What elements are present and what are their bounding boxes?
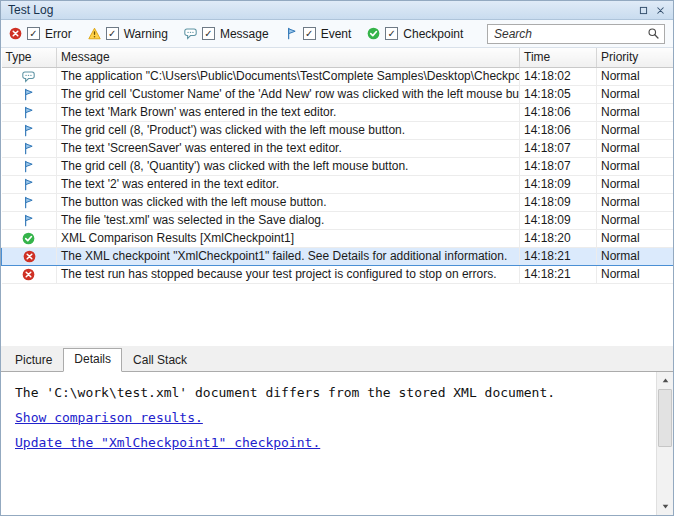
log-table-header: Type Message Time Priority xyxy=(2,48,674,67)
checkpoint-icon xyxy=(22,232,35,245)
priority-cell: Normal xyxy=(597,247,674,265)
event-icon xyxy=(22,88,35,101)
column-header-priority[interactable]: Priority xyxy=(597,48,674,67)
maximize-button[interactable] xyxy=(635,3,652,18)
priority-cell: Normal xyxy=(597,85,674,103)
log-row[interactable]: The button was clicked with the left mou… xyxy=(2,193,674,211)
type-cell xyxy=(2,193,57,211)
search-input[interactable] xyxy=(494,27,647,41)
log-table-body: The application "C:\Users\Public\Documen… xyxy=(2,67,674,283)
scroll-up-button[interactable] xyxy=(657,372,673,389)
type-cell xyxy=(2,103,57,121)
type-cell xyxy=(2,211,57,229)
tab-call-stack[interactable]: Call Stack xyxy=(122,349,198,371)
priority-cell: Normal xyxy=(597,139,674,157)
type-cell xyxy=(2,229,57,247)
error-checkbox[interactable] xyxy=(27,27,40,40)
log-row[interactable]: The application "C:\Users\Public\Documen… xyxy=(2,67,674,85)
priority-cell: Normal xyxy=(597,211,674,229)
update-checkpoint-link[interactable]: Update the "XmlCheckpoint1" checkpoint. xyxy=(15,435,320,450)
error-filter-label: Error xyxy=(45,27,72,41)
scroll-down-button[interactable] xyxy=(657,498,673,515)
priority-cell: Normal xyxy=(597,157,674,175)
show-comparison-results-link[interactable]: Show comparison results. xyxy=(15,410,203,425)
time-cell: 14:18:21 xyxy=(520,265,597,283)
details-text: The 'C:\work\test.xml' document differs … xyxy=(15,385,642,400)
close-button[interactable] xyxy=(652,3,669,18)
priority-cell: Normal xyxy=(597,229,674,247)
message-cell: The text 'ScreenSaver' was entered in th… xyxy=(57,139,520,157)
priority-cell: Normal xyxy=(597,193,674,211)
error-icon xyxy=(23,250,36,263)
log-row[interactable]: The text 'Mark Brown' was entered in the… xyxy=(2,103,674,121)
log-table-area: Type Message Time Priority The applicati… xyxy=(1,48,673,346)
warning-checkbox[interactable] xyxy=(106,27,119,40)
message-icon xyxy=(184,27,197,40)
log-row[interactable]: The text 'ScreenSaver' was entered in th… xyxy=(2,139,674,157)
message-cell: The test run has stopped because your te… xyxy=(57,265,520,283)
filter-message: Message xyxy=(184,27,269,41)
log-row[interactable]: The grid cell 'Customer Name' of the 'Ad… xyxy=(2,85,674,103)
priority-cell: Normal xyxy=(597,265,674,283)
time-cell: 14:18:09 xyxy=(520,211,597,229)
window-title: Test Log xyxy=(8,3,635,17)
message-cell: The application "C:\Users\Public\Documen… xyxy=(57,67,520,85)
type-cell xyxy=(2,157,57,175)
message-cell: The button was clicked with the left mou… xyxy=(57,193,520,211)
time-cell: 14:18:07 xyxy=(520,157,597,175)
scroll-track[interactable] xyxy=(657,389,673,498)
message-checkbox[interactable] xyxy=(202,27,215,40)
column-header-type[interactable]: Type xyxy=(2,48,57,67)
log-row[interactable]: The grid cell (8, 'Quantity') was clicke… xyxy=(2,157,674,175)
time-cell: 14:18:21 xyxy=(520,247,597,265)
error-icon xyxy=(22,268,35,281)
details-scrollbar[interactable] xyxy=(656,372,673,515)
priority-cell: Normal xyxy=(597,103,674,121)
checkpoint-checkbox[interactable] xyxy=(385,27,398,40)
column-header-message[interactable]: Message xyxy=(57,48,520,67)
type-cell xyxy=(2,265,57,283)
filter-warning: Warning xyxy=(88,27,168,41)
message-cell: The grid cell (8, 'Quantity') was clicke… xyxy=(57,157,520,175)
log-row[interactable]: The text '2' was entered in the text edi… xyxy=(2,175,674,193)
log-row[interactable]: XML Comparison Results [XmlCheckpoint1]1… xyxy=(2,229,674,247)
details-section: Picture Details Call Stack The 'C:\work\… xyxy=(1,346,673,515)
type-cell xyxy=(2,175,57,193)
search-icon[interactable] xyxy=(647,27,660,40)
test-log-window: Test Log Error Warning Message Event C xyxy=(0,0,674,516)
filter-checkpoint: Checkpoint xyxy=(367,27,463,41)
arrow-up-icon xyxy=(661,376,670,385)
tab-picture[interactable]: Picture xyxy=(4,349,63,371)
filter-error: Error xyxy=(9,27,72,41)
checkpoint-icon xyxy=(367,27,380,40)
time-cell: 14:18:05 xyxy=(520,85,597,103)
message-cell: XML Comparison Results [XmlCheckpoint1] xyxy=(57,229,520,247)
event-icon xyxy=(22,178,35,191)
log-row[interactable]: The test run has stopped because your te… xyxy=(2,265,674,283)
scroll-thumb[interactable] xyxy=(658,389,672,447)
arrow-down-icon xyxy=(661,502,670,511)
log-row[interactable]: The file 'test.xml' was selected in the … xyxy=(2,211,674,229)
titlebar: Test Log xyxy=(1,1,673,20)
type-cell xyxy=(2,247,57,265)
event-checkbox[interactable] xyxy=(303,27,316,40)
event-icon xyxy=(22,124,35,137)
tab-details[interactable]: Details xyxy=(63,348,122,372)
message-icon xyxy=(22,70,35,83)
time-cell: 14:18:09 xyxy=(520,175,597,193)
warning-filter-label: Warning xyxy=(124,27,168,41)
filter-toolbar: Error Warning Message Event Checkpoint xyxy=(1,20,673,48)
type-cell xyxy=(2,67,57,85)
column-header-time[interactable]: Time xyxy=(520,48,597,67)
event-filter-label: Event xyxy=(321,27,352,41)
message-cell: The file 'test.xml' was selected in the … xyxy=(57,211,520,229)
filter-event: Event xyxy=(285,27,352,41)
event-icon xyxy=(22,160,35,173)
log-row[interactable]: The XML checkpoint "XmlCheckpoint1" fail… xyxy=(2,247,674,265)
warning-icon xyxy=(88,27,101,40)
message-filter-label: Message xyxy=(220,27,269,41)
details-content: The 'C:\work\test.xml' document differs … xyxy=(1,372,656,515)
log-row[interactable]: The grid cell (8, 'Product') was clicked… xyxy=(2,121,674,139)
message-cell: The text 'Mark Brown' was entered in the… xyxy=(57,103,520,121)
type-cell xyxy=(2,121,57,139)
